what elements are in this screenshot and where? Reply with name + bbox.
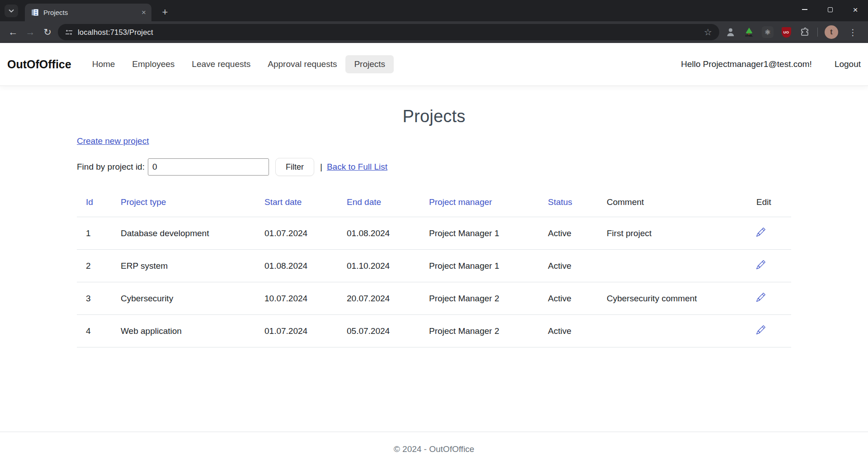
cell-comment: Cybersecurity comment xyxy=(598,282,747,315)
cell-id: 2 xyxy=(77,250,112,282)
main-content: Projects Create new project Find by proj… xyxy=(77,107,791,347)
sort-start-date-link[interactable]: Start date xyxy=(264,197,302,207)
browser-menu-button[interactable]: ⋮ xyxy=(845,27,861,38)
sort-project-type-link[interactable]: Project type xyxy=(121,197,166,207)
cell-status: Active xyxy=(539,250,598,282)
comment-header: Comment xyxy=(598,188,747,217)
nav-item-employees[interactable]: Employees xyxy=(123,55,183,73)
browser-toolbar: ← → ↻ localhost:7153/Project ☆ HTML xyxy=(0,21,868,43)
sort-id-link[interactable]: Id xyxy=(86,197,93,207)
table-row: 2 ERP system 01.08.2024 01.10.2024 Proje… xyxy=(77,250,791,282)
tab-title: Projects xyxy=(43,9,141,16)
cell-project-manager: Project Manager 2 xyxy=(420,282,539,315)
logout-link[interactable]: Logout xyxy=(835,59,861,69)
table-header-row: Id Project type Start date End date Proj… xyxy=(77,188,791,217)
project-id-input[interactable] xyxy=(148,158,269,176)
site-settings-icon xyxy=(65,29,73,36)
react-devtools-extension-icon[interactable]: ⚛ xyxy=(762,26,774,38)
new-tab-button[interactable]: + xyxy=(158,5,172,19)
tab-favicon-icon xyxy=(31,9,39,17)
pencil-icon xyxy=(756,325,765,334)
minimize-button[interactable] xyxy=(792,0,817,19)
browser-tab[interactable]: Projects × xyxy=(25,4,151,21)
forward-button[interactable]: → xyxy=(22,24,39,41)
cell-start-date: 01.08.2024 xyxy=(255,250,338,282)
toolbar-divider xyxy=(817,28,818,37)
maximize-icon xyxy=(828,7,833,12)
window-controls: × xyxy=(792,0,868,19)
cell-comment xyxy=(598,315,747,347)
close-button[interactable]: × xyxy=(843,0,868,19)
pencil-icon xyxy=(756,293,765,302)
edit-project-link[interactable] xyxy=(756,260,765,269)
cell-start-date: 10.07.2024 xyxy=(255,282,338,315)
cell-id: 3 xyxy=(77,282,112,315)
cell-project-type: Cybersecurity xyxy=(112,282,255,315)
avatar-letter: t xyxy=(830,28,832,36)
copyright-text: © 2024 - OutOfOffice xyxy=(394,444,474,454)
cell-comment xyxy=(598,250,747,282)
projects-table: Id Project type Start date End date Proj… xyxy=(77,188,791,347)
chevron-down-icon xyxy=(9,9,14,13)
create-new-project-link[interactable]: Create new project xyxy=(77,136,149,146)
cell-project-type: Database development xyxy=(112,217,255,250)
cell-start-date: 01.07.2024 xyxy=(255,315,338,347)
tab-close-icon[interactable]: × xyxy=(141,9,147,16)
edit-project-link[interactable] xyxy=(756,228,765,237)
cell-status: Active xyxy=(539,217,598,250)
cell-project-type: ERP system xyxy=(112,250,255,282)
edit-project-link[interactable] xyxy=(756,293,765,302)
tab-search-button[interactable] xyxy=(5,5,18,17)
cell-status: Active xyxy=(539,282,598,315)
nav-item-projects[interactable]: Projects xyxy=(345,55,394,73)
cell-id: 4 xyxy=(77,315,112,347)
back-to-full-list-link[interactable]: Back to Full List xyxy=(327,162,387,172)
extensions-area: HTML ⚛ UO t ⋮ xyxy=(725,25,861,39)
nav-item-leave-requests[interactable]: Leave requests xyxy=(183,55,259,73)
sort-project-manager-link[interactable]: Project manager xyxy=(429,197,492,207)
table-row: 4 Web application 01.07.2024 05.07.2024 … xyxy=(77,315,791,347)
reload-button[interactable]: ↻ xyxy=(39,24,56,41)
bookmark-star-icon[interactable]: ☆ xyxy=(704,27,712,38)
cell-end-date: 01.08.2024 xyxy=(338,217,420,250)
sort-end-date-link[interactable]: End date xyxy=(347,197,381,207)
filter-button[interactable]: Filter xyxy=(275,158,314,176)
extensions-puzzle-button[interactable] xyxy=(799,26,811,38)
maximize-button[interactable] xyxy=(817,0,843,19)
nav-menu: Home Employees Leave requests Approval r… xyxy=(84,55,394,73)
brand-link[interactable]: OutOfOffice xyxy=(7,58,71,71)
minimize-icon xyxy=(802,9,807,10)
table-row: 3 Cybersecurity 10.07.2024 20.07.2024 Pr… xyxy=(77,282,791,315)
nav-item-approval-requests[interactable]: Approval requests xyxy=(259,55,345,73)
filter-label: Find by project id: xyxy=(77,162,145,172)
profile-avatar[interactable]: t xyxy=(825,25,838,39)
profile-extension-icon[interactable] xyxy=(725,26,736,38)
cell-end-date: 01.10.2024 xyxy=(338,250,420,282)
cell-project-manager: Project Manager 1 xyxy=(420,250,539,282)
table-row: 1 Database development 01.07.2024 01.08.… xyxy=(77,217,791,250)
user-greeting: Hello Projectmanager1@test.com! xyxy=(681,59,812,69)
cell-end-date: 05.07.2024 xyxy=(338,315,420,347)
cell-start-date: 01.07.2024 xyxy=(255,217,338,250)
back-button[interactable]: ← xyxy=(5,24,22,41)
url-text: localhost:7153/Project xyxy=(78,28,704,37)
ublock-extension-icon[interactable]: UO xyxy=(780,26,792,38)
cell-project-type: Web application xyxy=(112,315,255,347)
cell-project-manager: Project Manager 1 xyxy=(420,217,539,250)
page-title: Projects xyxy=(77,107,791,126)
address-bar[interactable]: localhost:7153/Project ☆ xyxy=(58,24,719,40)
cell-status: Active xyxy=(539,315,598,347)
tree-icon: HTML xyxy=(745,28,753,37)
sort-status-link[interactable]: Status xyxy=(548,197,572,207)
filter-row: Find by project id: Filter | Back to Ful… xyxy=(77,158,791,176)
close-icon: × xyxy=(853,5,858,14)
html-tree-extension-icon[interactable]: HTML xyxy=(743,26,755,38)
pencil-icon xyxy=(756,228,765,237)
atom-icon: ⚛ xyxy=(764,28,771,37)
cell-comment: First project xyxy=(598,217,747,250)
pencil-icon xyxy=(756,260,765,269)
person-icon xyxy=(726,28,735,37)
nav-item-home[interactable]: Home xyxy=(84,55,124,73)
edit-project-link[interactable] xyxy=(756,325,765,334)
app-navbar: OutOfOffice Home Employees Leave request… xyxy=(0,43,868,86)
